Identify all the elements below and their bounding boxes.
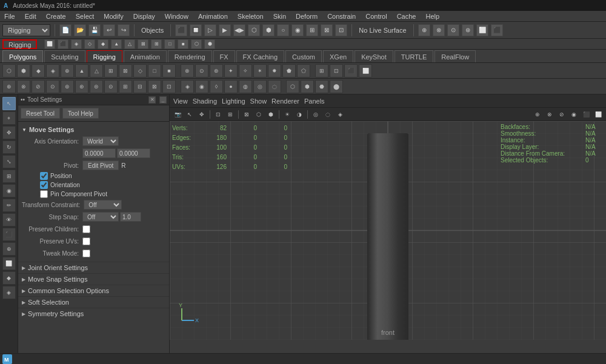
shelf2-icon-12[interactable]: ⊡ xyxy=(162,80,176,93)
position-checkbox[interactable] xyxy=(40,172,48,180)
shelf2-icon-7[interactable]: ⊜ xyxy=(90,80,103,93)
vp-icon-frame-all[interactable]: ⊡ xyxy=(213,109,224,120)
viewport-canvas[interactable]: Verts: 82 0 0 Edges: 180 0 0 Faces: 100 … xyxy=(170,121,606,340)
render-btn-1[interactable]: ▷ xyxy=(204,24,216,36)
mode-icon-1[interactable]: ⬜ xyxy=(44,39,55,49)
shelf2-icon-6[interactable]: ⊛ xyxy=(75,80,88,93)
lasso-btn[interactable]: ⌖ xyxy=(2,111,16,125)
render-btn-3[interactable]: ◀▶ xyxy=(233,24,245,36)
new-file-btn[interactable]: 📄 xyxy=(59,24,72,36)
shelf2-icon-22[interactable]: ⬣ xyxy=(315,80,328,93)
camera-btn-2[interactable]: 🔲 xyxy=(190,24,202,36)
menu-constrain[interactable]: Constrain xyxy=(325,13,358,20)
menu-select[interactable]: Select xyxy=(74,13,96,20)
common-selection-options-row[interactable]: ▶ Common Selection Options xyxy=(18,285,169,296)
orientation-checkbox[interactable] xyxy=(40,181,48,189)
mode-icon-2[interactable]: ⬛ xyxy=(58,39,68,49)
menu-file[interactable]: File xyxy=(2,13,17,20)
shelf-icon-18[interactable]: ✶ xyxy=(253,64,267,78)
render-btn-7[interactable]: ◉ xyxy=(291,24,304,36)
tab-realflow[interactable]: RealFlow xyxy=(435,50,476,62)
menu-skin[interactable]: Skin xyxy=(271,13,288,20)
tab-turtle[interactable]: TURTLE xyxy=(395,50,434,62)
shelf-icon-4[interactable]: ◈ xyxy=(46,64,59,78)
menu-edit[interactable]: Edit xyxy=(23,13,38,20)
render-btn-9[interactable]: ⊠ xyxy=(321,24,333,36)
vp-icon-r1[interactable]: ⊕ xyxy=(532,109,543,120)
shelf2-icon-11[interactable]: ⊠ xyxy=(148,80,161,93)
mode-icon-7[interactable]: △ xyxy=(124,39,135,49)
tab-xgen[interactable]: XGen xyxy=(323,50,353,62)
undo-btn[interactable]: ↩ xyxy=(103,24,115,36)
select-tool-btn[interactable]: ↖ xyxy=(2,97,16,110)
shelf-icon-2[interactable]: ⬢ xyxy=(17,64,30,78)
shelf2-icon-19[interactable]: ◌ xyxy=(268,80,281,93)
menu-animation[interactable]: Animation xyxy=(196,13,230,20)
vp-icon-move[interactable]: ✥ xyxy=(196,109,207,120)
panel-close-btn[interactable]: ✕ xyxy=(148,96,156,104)
vp-icon-light[interactable]: ☀ xyxy=(282,109,293,120)
view-btn-1[interactable]: ⊕ xyxy=(418,24,430,36)
shelf-icon-13[interactable]: ⊗ xyxy=(181,64,194,78)
menu-help[interactable]: Help xyxy=(424,13,441,20)
x-input[interactable] xyxy=(82,148,116,158)
render-btn-5[interactable]: ⬢ xyxy=(262,24,275,36)
redo-btn[interactable]: ↪ xyxy=(118,24,130,36)
viewport-menu-shading[interactable]: Shading xyxy=(193,98,217,105)
joint-orient-settings-row[interactable]: ▶ Joint Orient Settings xyxy=(18,262,169,273)
shelf-icon-12[interactable]: ■ xyxy=(162,64,176,78)
tool-help-btn[interactable]: Tool Help xyxy=(62,108,99,119)
move-snap-settings-row[interactable]: ▶ Move Snap Settings xyxy=(18,273,169,285)
vp-icon-select[interactable]: ↖ xyxy=(184,109,195,120)
vp-icon-xray[interactable]: ◌ xyxy=(322,109,333,120)
step-snap-dropdown[interactable]: Off On xyxy=(82,212,119,222)
reset-tool-btn[interactable]: Reset Tool xyxy=(21,108,60,119)
mode-icon-6[interactable]: ▲ xyxy=(111,39,122,49)
shelf-icon-10[interactable]: ◇ xyxy=(133,64,147,78)
render-btn-10[interactable]: ⊡ xyxy=(335,24,347,36)
tab-keyshot[interactable]: KeyShot xyxy=(355,50,393,62)
shelf-icon-8[interactable]: ⊞ xyxy=(104,64,118,78)
view-btn-5[interactable]: ⬜ xyxy=(476,24,488,36)
tab-rigging[interactable]: Rigging xyxy=(87,50,122,62)
show-hide-btn[interactable]: 👁 xyxy=(2,213,16,227)
shelf2-icon-20[interactable]: ⬡ xyxy=(286,80,299,93)
vp-icon-shaded[interactable]: ⬢ xyxy=(265,109,276,120)
vp-icon-shadow[interactable]: ◑ xyxy=(294,109,305,120)
render-btn-4[interactable]: ⬡ xyxy=(248,24,260,36)
tweak-mode-checkbox[interactable] xyxy=(82,250,90,257)
menu-create[interactable]: Create xyxy=(44,13,68,20)
save-file-btn[interactable]: 💾 xyxy=(88,24,101,36)
preserve-uvs-checkbox[interactable] xyxy=(82,237,90,245)
vp-icon-isolate[interactable]: ◎ xyxy=(310,109,321,120)
shelf-icon-5[interactable]: ⊕ xyxy=(61,64,74,78)
render-setup-btn[interactable]: ⬛ xyxy=(2,228,16,241)
shelf2-icon-4[interactable]: ⊙ xyxy=(46,80,59,93)
render-btn-6[interactable]: ○ xyxy=(277,24,289,36)
view-btn-2[interactable]: ⊗ xyxy=(433,24,445,36)
open-file-btn[interactable]: 📂 xyxy=(74,24,86,36)
axis-orientation-dropdown[interactable]: World Object Local xyxy=(82,136,119,146)
shelf-icon-25[interactable]: ⬜ xyxy=(359,64,372,78)
viewport-menu-show[interactable]: Show xyxy=(250,98,267,105)
vp-icon-frame-sel[interactable]: ⊞ xyxy=(225,109,236,120)
move-settings-header[interactable]: ▼ Move Settings xyxy=(22,124,165,135)
vp-icon-wireframe[interactable]: ⬡ xyxy=(253,109,264,120)
move-btn[interactable]: ✥ xyxy=(2,126,16,139)
shelf-icon-23[interactable]: ⊡ xyxy=(330,64,343,78)
viewport[interactable]: View Shading Lighting Show Renderer Pane… xyxy=(170,94,606,353)
pin-pivot-checkbox[interactable] xyxy=(40,190,48,198)
tab-fx[interactable]: FX xyxy=(213,50,235,62)
tab-sculpting[interactable]: Sculpting xyxy=(44,50,85,62)
menu-control[interactable]: Control xyxy=(364,13,388,20)
menu-modify[interactable]: Modify xyxy=(102,13,125,20)
mode-icon-4[interactable]: ◇ xyxy=(84,39,95,49)
mode-icon-11[interactable]: ■ xyxy=(178,39,188,49)
mode-icon-3[interactable]: ◈ xyxy=(71,39,82,49)
deform-btn[interactable]: ◈ xyxy=(2,286,16,299)
soft-mod-btn[interactable]: ◉ xyxy=(2,184,16,197)
shelf2-icon-3[interactable]: ⊘ xyxy=(32,80,45,93)
panel-minimize-btn[interactable]: _ xyxy=(159,96,167,104)
transform-constraint-dropdown[interactable]: Off Edge Surface xyxy=(84,200,122,210)
snap-btn[interactable]: ⊕ xyxy=(2,242,16,256)
